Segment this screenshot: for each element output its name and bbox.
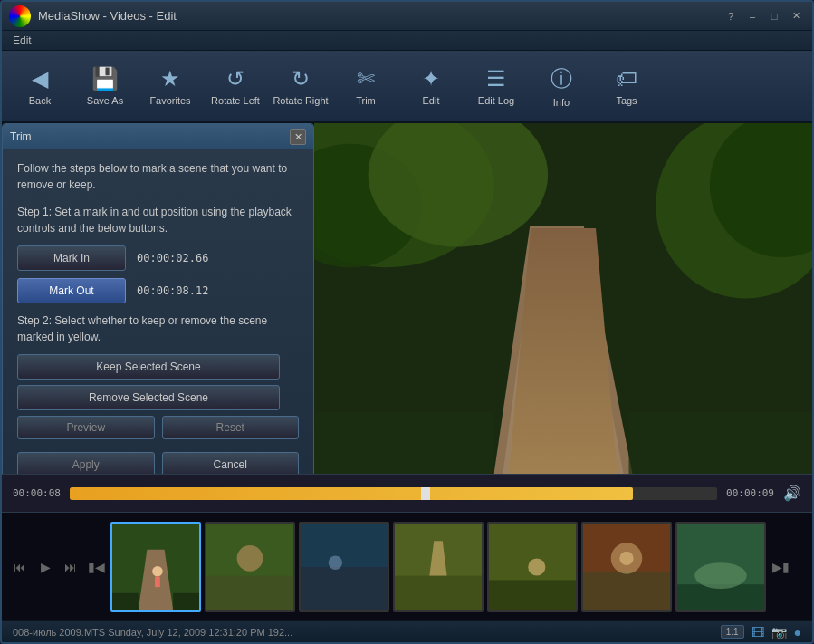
edit-log-label: Edit Log [478, 95, 514, 106]
edit-log-button[interactable]: ☰ Edit Log [465, 55, 527, 117]
filmstrip-thumb-3[interactable] [299, 522, 389, 612]
svg-line-10 [560, 345, 569, 366]
rotate-left-icon: ↺ [226, 66, 244, 91]
edit-log-icon: ☰ [486, 66, 506, 91]
save-icon: 💾 [91, 66, 119, 91]
svg-rect-30 [395, 575, 482, 610]
keep-scene-button[interactable]: Keep Selected Scene [17, 354, 280, 380]
trim-label: Trim [356, 95, 376, 106]
favorites-button[interactable]: ★ Favorites [139, 55, 201, 117]
filmstrip-thumb-7[interactable] [675, 522, 766, 612]
filmstrip-thumb-1[interactable] [110, 522, 201, 612]
filmstrip-rewind[interactable]: ▮◀ [85, 556, 107, 578]
save-as-button[interactable]: 💾 Save As [74, 55, 136, 117]
circle-icon: ● [794, 625, 801, 639]
filmstrip-skip-forward[interactable]: ⏭ [60, 556, 81, 578]
scrubber-fill [70, 487, 633, 500]
scrubber[interactable] [70, 487, 717, 500]
thumb-7-svg [677, 524, 764, 610]
svg-point-34 [528, 558, 545, 575]
monitor-icon: 📷 [771, 625, 787, 639]
star-icon: ★ [160, 66, 180, 91]
preview-reset-row: Preview Reset [17, 416, 299, 439]
filmstrip-thumb-4[interactable] [393, 522, 484, 612]
svg-rect-24 [206, 575, 293, 610]
trim-button[interactable]: ✄ Trim [335, 55, 397, 117]
content-row: Trim ✕ Follow the steps below to mark a … [2, 123, 812, 512]
rotate-right-button[interactable]: ↻ Rotate Right [270, 55, 331, 117]
back-button[interactable]: ◀ Back [9, 55, 71, 117]
apply-button[interactable]: Apply [17, 452, 155, 474]
window-title: MediaShow - Videos - Edit [38, 9, 177, 23]
filmstrip-skip-back[interactable]: ⏮ [9, 556, 31, 578]
save-as-label: Save As [87, 95, 123, 106]
svg-rect-9 [569, 341, 581, 367]
rotate-left-label: Rotate Left [211, 95, 260, 106]
filmstrip-fast-forward[interactable]: ▶▮ [770, 556, 791, 578]
close-button[interactable]: ✕ [787, 7, 805, 25]
thumb-1-svg [112, 524, 199, 610]
svg-point-41 [694, 562, 747, 589]
svg-line-11 [581, 345, 584, 366]
dialog-title: Trim [10, 130, 32, 143]
svg-rect-33 [489, 580, 576, 610]
volume-icon[interactable]: 🔊 [783, 485, 801, 502]
mark-in-row: Mark In 00:00:02.66 [17, 245, 299, 271]
app-window: MediaShow - Videos - Edit ? – □ ✕ Edit ◀… [0, 0, 814, 644]
back-label: Back [29, 95, 51, 106]
status-text: 008-июль 2009.MTS Sunday, July 12, 2009 … [13, 627, 710, 638]
filmstrip: ⏮ ▶ ⏭ ▮◀ [2, 512, 812, 620]
film-icon: 🎞 [752, 625, 764, 639]
svg-line-12 [566, 368, 570, 391]
remove-scene-button[interactable]: Remove Selected Scene [17, 385, 280, 410]
minimize-button[interactable]: – [743, 7, 761, 25]
thumb-1-inner [112, 524, 199, 610]
info-label: Info [553, 97, 570, 108]
thumb-5-inner [489, 524, 576, 610]
thumb-2-inner [206, 524, 293, 610]
mark-in-button[interactable]: Mark In [17, 245, 126, 271]
title-bar-left: MediaShow - Videos - Edit [9, 5, 177, 27]
svg-point-28 [329, 555, 342, 569]
info-icon: ⓘ [551, 64, 572, 93]
filmstrip-thumb-5[interactable] [487, 522, 578, 612]
cancel-button[interactable]: Cancel [162, 452, 300, 474]
help-button[interactable]: ? [722, 7, 740, 25]
ratio-badge: 1:1 [721, 625, 744, 639]
back-icon: ◀ [32, 66, 48, 91]
svg-rect-27 [301, 567, 388, 610]
dialog-instructions: Follow the steps below to mark a scene t… [17, 160, 299, 193]
svg-rect-36 [583, 571, 670, 610]
filmstrip-thumb-6[interactable] [581, 522, 672, 612]
trim-dialog: Trim ✕ Follow the steps below to mark a … [2, 123, 314, 474]
reset-button[interactable]: Reset [162, 416, 300, 439]
edit-button[interactable]: ✦ Edit [400, 55, 462, 117]
tags-icon: 🏷 [616, 66, 637, 91]
toolbar: ◀ Back 💾 Save As ★ Favorites ↺ Rotate Le… [2, 51, 812, 123]
info-button[interactable]: ⓘ Info [531, 55, 592, 117]
menu-bar: Edit [2, 31, 812, 51]
video-preview [314, 123, 812, 474]
mark-in-time: 00:00:02.66 [137, 252, 208, 264]
app-logo [9, 5, 31, 27]
svg-point-14 [562, 312, 588, 325]
dialog-close-button[interactable]: ✕ [290, 129, 306, 145]
tags-button[interactable]: 🏷 Tags [596, 55, 657, 117]
rotate-left-button[interactable]: ↺ Rotate Left [205, 55, 266, 117]
thumb-4-inner [395, 524, 482, 610]
svg-rect-16 [628, 412, 812, 474]
maximize-button[interactable]: □ [765, 7, 783, 25]
scrubber-handle[interactable] [421, 487, 430, 500]
mark-out-button[interactable]: Mark Out [17, 278, 126, 303]
filmstrip-play[interactable]: ▶ [34, 556, 56, 578]
trim-icon: ✄ [357, 66, 375, 91]
preview-button[interactable]: Preview [17, 416, 155, 439]
thumb-7-inner [677, 524, 764, 610]
tags-label: Tags [616, 95, 637, 106]
edit-label: Edit [423, 95, 440, 106]
svg-rect-15 [314, 412, 494, 474]
menu-edit[interactable]: Edit [9, 33, 35, 49]
filmstrip-thumb-2[interactable] [205, 522, 295, 612]
timeline-bar: 00:00:08 00:00:09 🔊 [2, 474, 812, 512]
status-right: 1:1 🎞 📷 ● [721, 625, 801, 639]
